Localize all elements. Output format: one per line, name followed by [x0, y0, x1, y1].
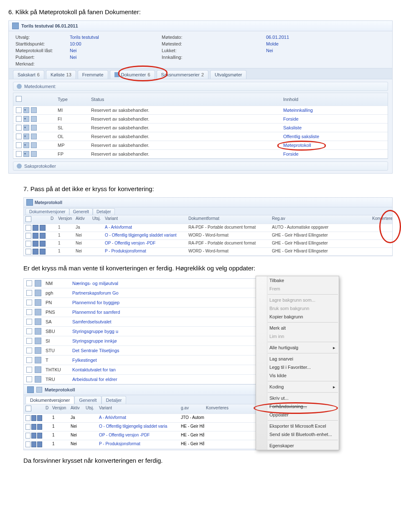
- row-menu-icon[interactable]: [23, 125, 29, 131]
- row-checkbox[interactable]: [26, 290, 32, 296]
- file-icon[interactable]: [37, 441, 42, 447]
- row-checkbox[interactable]: [16, 107, 22, 113]
- context-menu-item[interactable]: Oppdater: [256, 411, 339, 419]
- file-icon[interactable]: [40, 241, 46, 247]
- context-menu-item[interactable]: Forhåndsvisning...: [256, 402, 339, 411]
- cell-variant[interactable]: O - Offentlig tilgjengelig sladdet varia: [97, 423, 179, 431]
- list-item[interactable]: TRU Arbeidsutval for eldrer: [24, 375, 256, 384]
- file-icon[interactable]: [31, 441, 36, 447]
- row-menu-icon[interactable]: [23, 107, 29, 113]
- document-icon[interactable]: [31, 134, 37, 139]
- header-checkbox[interactable]: [25, 216, 31, 222]
- row-menu-icon[interactable]: [35, 376, 41, 383]
- tab-utvalgsmoter[interactable]: Utvalgsmøter: [210, 70, 246, 79]
- file-icon[interactable]: [31, 415, 36, 421]
- row-menu-icon[interactable]: [23, 151, 29, 157]
- row-checkbox[interactable]: [26, 319, 32, 325]
- committee-name[interactable]: Det Sentrale Tilsetjings: [72, 348, 254, 353]
- cell-variant[interactable]: P - Produksjonsformat: [97, 440, 179, 449]
- list-item[interactable]: pgh Partnerskapsforum Go: [24, 288, 256, 298]
- file-icon[interactable]: [40, 233, 46, 239]
- innhold-link[interactable]: Møteprotokoll: [283, 143, 311, 148]
- section-saksprotokoller[interactable]: Saksprotokoller: [13, 161, 388, 171]
- committee-name[interactable]: Partnerskapsforum Go: [72, 290, 254, 295]
- section-motedokument[interactable]: Møtedokument:: [13, 82, 388, 91]
- row-checkbox[interactable]: [25, 433, 30, 439]
- file-icon[interactable]: [40, 225, 46, 231]
- committee-name[interactable]: Plannemnd for byggjep: [72, 300, 254, 305]
- row-menu-icon[interactable]: [35, 280, 41, 287]
- document-icon[interactable]: [31, 142, 37, 148]
- row-checkbox[interactable]: [16, 151, 22, 157]
- row-menu-icon[interactable]: [35, 347, 41, 354]
- row-menu-icon[interactable]: [23, 142, 29, 148]
- list-item[interactable]: STU Det Sentrale Tilsetjings: [24, 346, 256, 356]
- cell-variant[interactable]: O - Offentlig tilgjengelig sladdet varia…: [103, 232, 187, 240]
- file-icon[interactable]: [37, 415, 42, 421]
- row-menu-icon[interactable]: [35, 318, 41, 325]
- row-checkbox[interactable]: [26, 357, 32, 363]
- tab-dokumenter[interactable]: Dokumenter 6: [110, 70, 155, 79]
- context-menu-item[interactable]: Legg til i Favoritter...: [256, 363, 339, 371]
- document-icon[interactable]: [31, 151, 37, 157]
- file-icon[interactable]: [31, 433, 36, 439]
- row-menu-icon[interactable]: [35, 299, 41, 306]
- document-icon[interactable]: [31, 125, 37, 131]
- tab-koliste[interactable]: Køliste 13: [46, 70, 76, 79]
- header-checkbox[interactable]: [25, 406, 31, 411]
- file-icon[interactable]: [40, 249, 46, 255]
- innhold-link[interactable]: Offentlig saksliste: [283, 134, 319, 139]
- tab-fremmote[interactable]: Fremmøte: [78, 70, 108, 79]
- row-checkbox[interactable]: [26, 280, 32, 286]
- innhold-link[interactable]: Forside: [283, 116, 299, 121]
- tab-generelt[interactable]: Generelt: [69, 208, 93, 215]
- tab-detaljer[interactable]: Detaljer: [102, 396, 127, 404]
- context-menu-item[interactable]: Egenskaper: [256, 441, 339, 450]
- tab-saksnummerserier[interactable]: Saksnummerserier 2: [157, 70, 208, 79]
- row-checkbox[interactable]: [26, 376, 32, 382]
- list-item[interactable]: PN Plannemnd for byggjep: [24, 298, 256, 308]
- committee-name[interactable]: Styringsgruppe innkjø: [72, 338, 254, 343]
- row-checkbox[interactable]: [25, 249, 31, 255]
- file-icon[interactable]: [33, 249, 38, 255]
- innhold-link[interactable]: Forside: [283, 151, 299, 156]
- file-icon[interactable]: [33, 233, 38, 239]
- row-checkbox[interactable]: [26, 367, 32, 373]
- file-icon[interactable]: [33, 241, 38, 247]
- list-item[interactable]: NM Nærings- og miljøutval: [24, 279, 256, 288]
- context-menu-item[interactable]: Merk alt: [256, 324, 339, 332]
- row-checkbox[interactable]: [26, 328, 32, 334]
- row-checkbox[interactable]: [16, 134, 22, 139]
- row-checkbox[interactable]: [25, 225, 31, 231]
- row-menu-icon[interactable]: [35, 290, 41, 296]
- list-item[interactable]: T Fylkestinget: [24, 356, 256, 365]
- context-menu-item[interactable]: Tilbake: [256, 276, 339, 285]
- row-checkbox[interactable]: [16, 142, 22, 148]
- row-checkbox[interactable]: [25, 441, 30, 447]
- list-item[interactable]: THTKU Kontaktutvalet for tan: [24, 365, 256, 375]
- committee-name[interactable]: Kontaktutvalet for tan: [72, 367, 254, 372]
- committee-name[interactable]: Styringsgruppe bygg u: [72, 329, 254, 334]
- tab-dokumentversjoner[interactable]: Dokumentversjoner: [25, 208, 69, 215]
- row-menu-icon[interactable]: [35, 328, 41, 335]
- row-checkbox[interactable]: [26, 348, 32, 353]
- context-menu-item[interactable]: Alle hurtigvalg: [256, 343, 339, 352]
- tab-sakskart[interactable]: Sakskart 6: [13, 70, 44, 79]
- committee-name[interactable]: Plannemnd for samferd: [72, 310, 254, 315]
- file-icon[interactable]: [37, 424, 42, 430]
- context-menu-item[interactable]: Lag snarvei: [256, 355, 339, 363]
- row-checkbox[interactable]: [26, 309, 32, 315]
- row-checkbox[interactable]: [26, 300, 32, 305]
- row-checkbox[interactable]: [26, 338, 32, 344]
- cell-variant[interactable]: OP - Offentlig versjon -PDF: [103, 240, 187, 247]
- row-menu-icon[interactable]: [35, 366, 41, 373]
- committee-name[interactable]: Nærings- og miljøutval: [72, 281, 254, 286]
- row-checkbox[interactable]: [25, 241, 31, 247]
- context-menu-item[interactable]: Eksporter til Microsoft Excel: [256, 422, 339, 430]
- row-menu-icon[interactable]: [23, 134, 29, 139]
- context-menu-item[interactable]: Koding: [256, 383, 339, 391]
- tab-dokumentversjoner[interactable]: Dokumentversjoner: [25, 396, 74, 404]
- cell-variant[interactable]: A - Arkivformat: [103, 224, 187, 232]
- context-menu-item[interactable]: Vis kilde: [256, 371, 339, 380]
- file-icon[interactable]: [37, 433, 42, 439]
